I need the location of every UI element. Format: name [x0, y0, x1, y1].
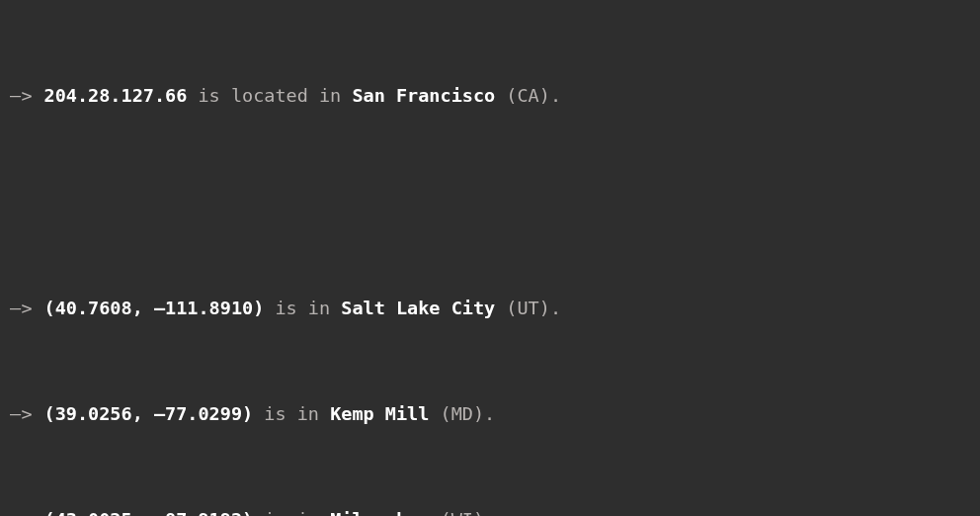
text: is in: [264, 298, 341, 318]
ip-lookup-line: –> 204.28.127.66 is located in San Franc…: [10, 83, 970, 110]
coord-lookup-line: –> (40.7608, –111.8910) is in Salt Lake …: [10, 296, 970, 322]
coords: (43.0025, –87.9192): [44, 509, 254, 516]
arrow-icon: –>: [10, 509, 44, 516]
text: (UT).: [495, 298, 561, 318]
coord-city: Milwaukee: [330, 509, 429, 516]
coord-city: Kemp Mill: [330, 403, 429, 424]
coord-lookup-line: –> (39.0256, –77.0299) is in Kemp Mill (…: [10, 401, 970, 428]
coords: (40.7608, –111.8910): [44, 298, 265, 318]
text: (CA).: [495, 85, 561, 106]
text: is in: [253, 403, 330, 424]
terminal-output: –> 204.28.127.66 is located in San Franc…: [0, 0, 980, 516]
arrow-icon: –>: [10, 403, 44, 424]
text: (MD).: [429, 403, 495, 424]
text: (WI).: [429, 509, 495, 516]
ip-city: San Francisco: [352, 85, 495, 106]
coords: (39.0256, –77.0299): [44, 403, 254, 424]
coord-lookup-line: –> (43.0025, –87.9192) is in Milwaukee (…: [10, 507, 970, 516]
text: is located in: [187, 85, 352, 106]
blank-line: [10, 190, 970, 216]
text: is in: [253, 509, 330, 516]
arrow-icon: –>: [10, 85, 44, 106]
arrow-icon: –>: [10, 298, 44, 318]
ip-address: 204.28.127.66: [44, 85, 188, 106]
coord-city: Salt Lake City: [341, 298, 495, 318]
